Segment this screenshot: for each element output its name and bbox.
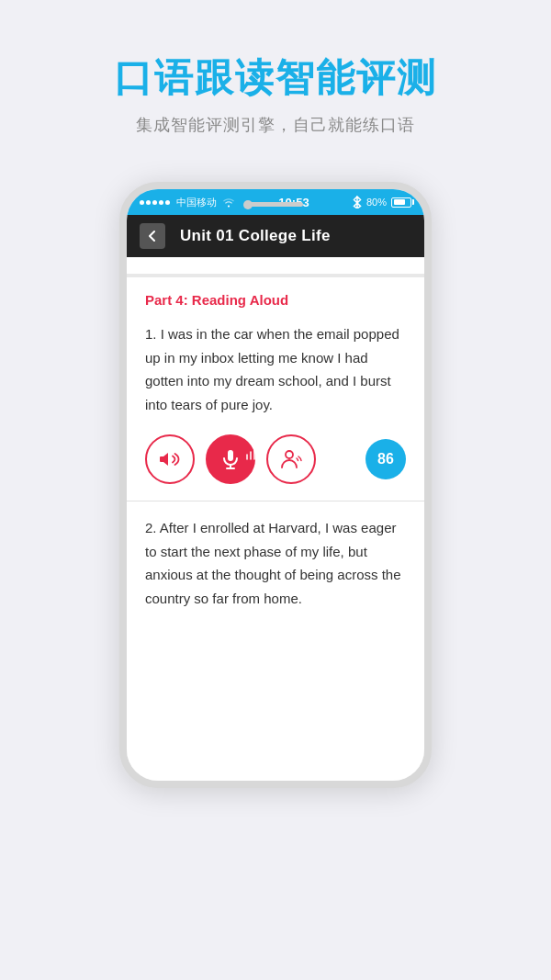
top-divider bbox=[127, 274, 424, 277]
wifi-icon bbox=[222, 197, 235, 208]
battery-percent: 80% bbox=[366, 197, 387, 208]
signal-dots bbox=[140, 200, 170, 205]
person-icon bbox=[279, 447, 303, 471]
person-compare-button[interactable] bbox=[266, 434, 316, 484]
signal-dot-4 bbox=[159, 200, 163, 205]
paragraph-2: 2. After I enrolled at Harvard, I was ea… bbox=[145, 516, 406, 610]
controls-row: 86 bbox=[145, 434, 406, 484]
nav-title: Unit 01 College Life bbox=[180, 227, 331, 245]
phone-speaker-dot bbox=[243, 200, 253, 209]
signal-dot-2 bbox=[146, 200, 151, 205]
mic-waves-icon bbox=[244, 450, 255, 468]
svg-rect-0 bbox=[228, 450, 233, 461]
signal-dot-1 bbox=[140, 200, 144, 205]
carrier-label: 中国移动 bbox=[176, 196, 217, 209]
speaker-icon bbox=[158, 447, 182, 471]
main-title: 口语跟读智能评测 bbox=[28, 55, 523, 101]
mic-button[interactable] bbox=[206, 434, 255, 484]
microphone-icon bbox=[219, 448, 242, 470]
status-bar: 中国移动 10:53 80% bbox=[127, 189, 424, 215]
section-label: Part 4: Reading Aloud bbox=[145, 292, 406, 308]
speaker-button[interactable] bbox=[145, 434, 195, 484]
sub-title: 集成智能评测引擎，自己就能练口语 bbox=[28, 114, 523, 136]
section-divider bbox=[127, 501, 424, 501]
phone-mockup: 中国移动 10:53 80% bbox=[0, 182, 551, 788]
phone-body: 中国移动 10:53 80% bbox=[119, 182, 432, 788]
paragraph-1: 1. I was in the car when the email poppe… bbox=[145, 322, 406, 416]
signal-dot-5 bbox=[165, 200, 170, 205]
battery-fill bbox=[394, 199, 406, 205]
score-badge: 86 bbox=[365, 439, 406, 479]
status-right: 80% bbox=[353, 196, 411, 208]
svg-point-3 bbox=[286, 451, 293, 458]
status-left: 中国移动 bbox=[140, 196, 235, 209]
hero-section: 口语跟读智能评测 集成智能评测引擎，自己就能练口语 bbox=[0, 0, 551, 163]
battery-bar bbox=[391, 197, 411, 208]
content-area: Part 4: Reading Aloud 1. I was in the ca… bbox=[127, 257, 424, 781]
nav-bar: Unit 01 College Life bbox=[127, 215, 424, 257]
back-button[interactable] bbox=[140, 223, 165, 249]
signal-dot-3 bbox=[152, 200, 157, 205]
time-display: 10:53 bbox=[278, 196, 309, 209]
battery-icon bbox=[391, 197, 411, 208]
bluetooth-icon bbox=[353, 196, 362, 208]
